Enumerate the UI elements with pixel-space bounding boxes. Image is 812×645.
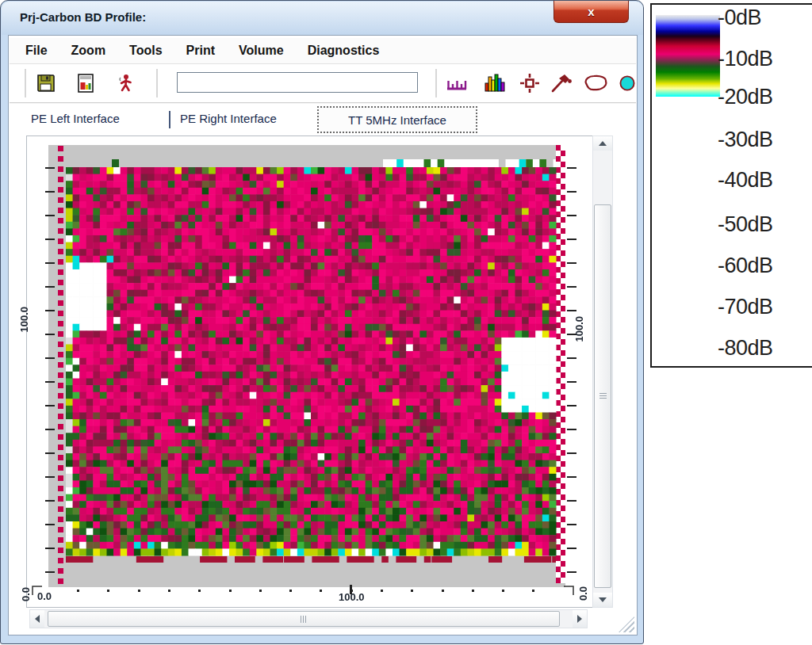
arrow-left-icon bbox=[35, 615, 40, 623]
menu-item-diagnostics[interactable]: Diagnostics bbox=[308, 44, 380, 58]
legend-label: -40dB bbox=[718, 168, 773, 192]
thumb-grip-icon bbox=[599, 393, 607, 399]
vertical-scrollbar-thumb[interactable] bbox=[594, 204, 611, 588]
thumb-grip-icon bbox=[301, 616, 307, 623]
app-window: Prj-Carbon BD Profile: x File Zoom Tools… bbox=[0, 0, 644, 644]
toolbar-input[interactable] bbox=[177, 72, 418, 93]
y-axis-zero-left-label: 0.0 bbox=[20, 587, 32, 601]
lasso-region-icon bbox=[581, 73, 610, 94]
ruler-scale-icon bbox=[445, 73, 469, 94]
scroll-down-button[interactable] bbox=[593, 593, 612, 607]
scan-canvas[interactable] bbox=[27, 136, 593, 607]
horizontal-scrollbar[interactable] bbox=[29, 609, 588, 628]
report-page-icon bbox=[75, 73, 96, 94]
legend-panel: -0dB -10dB -20dB -30dB -40dB -50dB -60dB… bbox=[650, 3, 812, 368]
tab-separator bbox=[169, 111, 170, 128]
close-icon: x bbox=[588, 6, 594, 17]
scroll-left-button[interactable] bbox=[30, 610, 44, 628]
toolbar-separator bbox=[156, 69, 159, 97]
legend-gradient-bar bbox=[656, 15, 720, 97]
toolbar-separator bbox=[25, 69, 27, 97]
window-title: Prj-Carbon BD Profile: bbox=[20, 10, 146, 24]
menu-bar: File Zoom Tools Print Volume Diagnostics bbox=[10, 38, 636, 64]
toolbar-divider bbox=[10, 102, 636, 104]
vertical-scrollbar[interactable] bbox=[592, 135, 613, 608]
y-axis-zero-right-label: 0.0 bbox=[577, 586, 589, 601]
report-button[interactable] bbox=[74, 71, 98, 95]
close-button[interactable]: x bbox=[553, 1, 629, 23]
toolbar-separator bbox=[435, 69, 438, 97]
legend-label: -0dB bbox=[718, 6, 761, 29]
legend-label: -20dB bbox=[718, 85, 773, 109]
tab-pe-right-interface[interactable]: PE Right Interface bbox=[180, 112, 277, 125]
horizontal-scrollbar-thumb[interactable] bbox=[48, 611, 560, 627]
x-axis-zero-label: 0.0 bbox=[37, 590, 52, 602]
menu-item-tools[interactable]: Tools bbox=[129, 44, 162, 58]
crosshair-icon bbox=[519, 72, 541, 94]
histogram-button[interactable] bbox=[483, 71, 507, 95]
tab-pe-left-interface[interactable]: PE Left Interface bbox=[31, 112, 120, 125]
arrow-up-icon bbox=[599, 141, 607, 146]
person-icon bbox=[115, 73, 136, 94]
tab-tt-5mhz-interface[interactable]: TT 5MHz Interface bbox=[317, 106, 477, 133]
arrow-down-icon bbox=[599, 597, 607, 602]
scroll-right-button[interactable] bbox=[573, 610, 587, 628]
legend-label: -60dB bbox=[718, 254, 773, 277]
ruler-button[interactable] bbox=[445, 71, 469, 95]
tab-label: TT 5MHz Interface bbox=[348, 113, 446, 127]
save-button[interactable] bbox=[34, 71, 58, 95]
probe-button[interactable] bbox=[113, 71, 137, 95]
legend-label: -10dB bbox=[718, 47, 773, 71]
circle-region-button[interactable] bbox=[618, 71, 637, 95]
hammer-icon bbox=[550, 72, 573, 94]
menu-item-volume[interactable]: Volume bbox=[239, 44, 284, 58]
save-floppy-icon bbox=[36, 73, 56, 94]
legend-label: -50dB bbox=[718, 212, 773, 236]
menu-item-file[interactable]: File bbox=[25, 44, 48, 58]
circle-region-icon bbox=[618, 73, 637, 94]
y-axis-left-label: 100.0 bbox=[18, 307, 30, 333]
hammer-button[interactable] bbox=[550, 71, 573, 95]
y-axis-right-label: 100.0 bbox=[573, 316, 585, 342]
x-axis-max-label: 100.0 bbox=[339, 591, 365, 603]
plot-panel bbox=[26, 135, 594, 608]
legend-label: -30dB bbox=[718, 128, 773, 151]
scroll-up-button[interactable] bbox=[593, 136, 612, 151]
menu-item-print[interactable]: Print bbox=[186, 44, 215, 58]
crosshair-button[interactable] bbox=[518, 71, 542, 95]
lasso-button[interactable] bbox=[581, 71, 610, 95]
menu-item-zoom[interactable]: Zoom bbox=[71, 44, 106, 58]
arrow-right-icon bbox=[577, 615, 582, 623]
histogram-icon bbox=[483, 72, 507, 94]
legend-label: -70dB bbox=[718, 295, 773, 319]
legend-label: -80dB bbox=[718, 336, 773, 360]
